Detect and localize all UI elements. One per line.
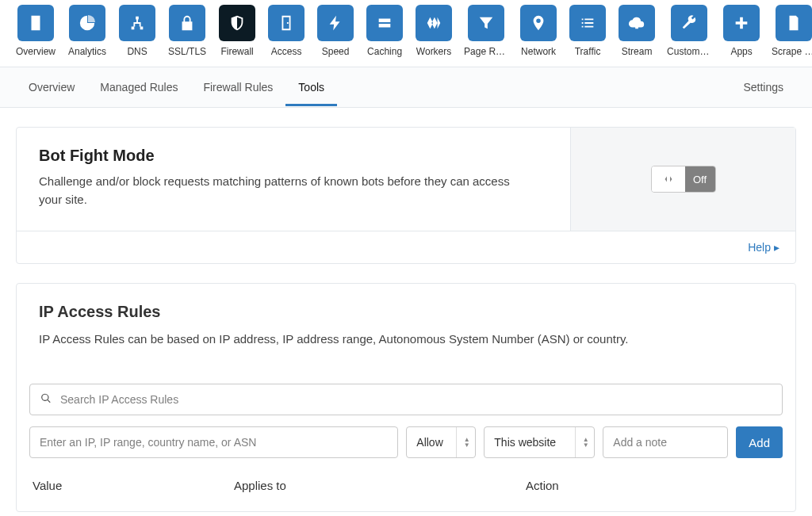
search-icon bbox=[40, 393, 52, 407]
search-input[interactable] bbox=[29, 384, 783, 415]
top-nav: Overview Analytics DNS SSL/TLS Firewall … bbox=[0, 0, 812, 57]
action-select[interactable]: Allow ▲▼ bbox=[406, 426, 476, 458]
nav-ssl-tls[interactable]: SSL/TLS bbox=[168, 5, 206, 57]
bot-fight-toggle[interactable]: Off bbox=[651, 166, 716, 193]
tab-managed-rules[interactable]: Managed Rules bbox=[87, 68, 190, 106]
list-icon bbox=[569, 5, 606, 41]
lock-icon bbox=[169, 5, 205, 41]
col-action: Action bbox=[526, 479, 783, 492]
nav-scrape-shield[interactable]: Scrape Shi… bbox=[772, 5, 812, 57]
col-value: Value bbox=[33, 479, 234, 492]
nav-network[interactable]: Network bbox=[520, 5, 557, 57]
help-link[interactable]: Help ▸ bbox=[748, 241, 779, 254]
add-button[interactable]: Add bbox=[736, 426, 783, 458]
toggle-off-label: Off bbox=[685, 166, 715, 192]
nav-workers[interactable]: Workers bbox=[416, 5, 452, 57]
table-header: Value Applies to Action bbox=[29, 469, 783, 499]
tab-settings[interactable]: Settings bbox=[730, 68, 796, 106]
wrench-icon bbox=[671, 5, 707, 41]
nav-page-rules[interactable]: Page Rules bbox=[465, 5, 508, 57]
bot-fight-title: Bot Fight Mode bbox=[39, 147, 548, 165]
tab-tools[interactable]: Tools bbox=[285, 68, 337, 106]
nav-stream[interactable]: Stream bbox=[619, 5, 655, 57]
doc-icon bbox=[776, 5, 812, 41]
network-icon bbox=[119, 5, 155, 41]
nav-custom-pages[interactable]: Custom P… bbox=[668, 5, 710, 57]
stepper-icon: ▲▼ bbox=[456, 427, 472, 457]
door-icon bbox=[268, 5, 304, 41]
tab-firewall-rules[interactable]: Firewall Rules bbox=[190, 68, 285, 106]
stepper-icon: ▲▼ bbox=[575, 427, 591, 457]
bolt-icon bbox=[317, 5, 354, 41]
workers-icon bbox=[416, 5, 452, 41]
nav-apps[interactable]: Apps bbox=[723, 5, 760, 57]
cloud-icon bbox=[619, 5, 655, 41]
shield-icon bbox=[219, 5, 255, 41]
nav-analytics[interactable]: Analytics bbox=[68, 5, 106, 57]
nav-dns[interactable]: DNS bbox=[119, 5, 155, 57]
drive-icon bbox=[366, 5, 403, 41]
bot-fight-desc: Challenge and/or block requests matching… bbox=[39, 173, 530, 208]
col-applies: Applies to bbox=[234, 479, 526, 492]
bot-fight-mode-card: Bot Fight Mode Challenge and/or block re… bbox=[16, 127, 796, 264]
scope-select[interactable]: This website ▲▼ bbox=[484, 426, 595, 458]
nav-caching[interactable]: Caching bbox=[366, 5, 403, 57]
ip-access-rules-card: IP Access Rules IP Access Rules can be b… bbox=[16, 283, 796, 512]
pie-icon bbox=[69, 5, 105, 41]
sub-nav: Overview Managed Rules Firewall Rules To… bbox=[0, 67, 812, 108]
nav-overview[interactable]: Overview bbox=[16, 5, 56, 57]
ip-input[interactable] bbox=[29, 426, 398, 458]
nav-access[interactable]: Access bbox=[268, 5, 304, 57]
chevron-right-icon: ▸ bbox=[774, 241, 779, 254]
ip-rules-desc: IP Access Rules can be based on IP addre… bbox=[39, 332, 773, 346]
funnel-icon bbox=[468, 5, 504, 41]
note-input[interactable] bbox=[603, 426, 728, 458]
nav-traffic[interactable]: Traffic bbox=[569, 5, 606, 57]
pin-icon bbox=[520, 5, 557, 41]
nav-speed[interactable]: Speed bbox=[317, 5, 354, 57]
toggle-handle-icon bbox=[652, 166, 685, 192]
nav-firewall[interactable]: Firewall bbox=[219, 5, 255, 57]
clipboard-icon bbox=[17, 5, 54, 41]
tab-overview[interactable]: Overview bbox=[16, 68, 87, 106]
plus-icon bbox=[723, 5, 760, 41]
ip-rules-title: IP Access Rules bbox=[39, 303, 773, 321]
